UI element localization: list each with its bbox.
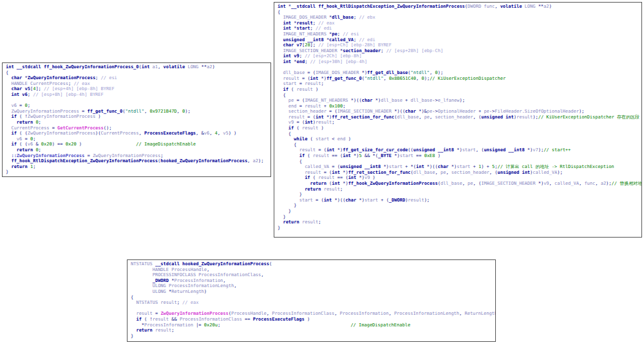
code-line: ULONG *ReturnLength) [131, 289, 495, 295]
code-line: v9 = (int)result; [278, 120, 641, 126]
code-line: ff_hook_RtlDispatchException_ZwQueryInfo… [6, 158, 270, 164]
code-line: PROCESSINFOCLASS ProcessInformationClass… [131, 272, 495, 278]
code-line: called_VA = (unsigned __int8 *)start + *… [278, 164, 641, 170]
code-line: int *result; // eax [278, 21, 641, 26]
code-line: NTSTATUS __stdcall hooked_ZwQueryInforma… [131, 261, 495, 267]
code-line: while ( start < end ) [278, 136, 641, 142]
code-line: result = (int *)ff_ret_section_for_func(… [278, 115, 641, 120]
code-line: return 1; [6, 164, 270, 170]
code-line: { [131, 295, 495, 301]
code-line: } [278, 192, 641, 198]
code-line: if ( result ) [278, 87, 641, 93]
code-line: IMAGE_DOS_HEADER *dll_base; // ebx [278, 15, 641, 21]
code-line: int *end; // [esp+30h] [ebp-4h] [278, 59, 641, 65]
code-line: { [278, 142, 641, 148]
code-line: } [278, 214, 641, 220]
code-line: { [278, 93, 641, 98]
code-line: int v6; // [esp+8h] [ebp-4h] BYREF [6, 92, 270, 98]
code-line: if ( (ZwQueryInformationProcess)(Current… [6, 131, 270, 136]
code-line: ULONG ProcessInformationLength, [131, 283, 495, 289]
code-line: ZwQueryInformationProcess = ff_get_func_… [6, 109, 270, 115]
code-line: int *__stdcall ff_hook_RtlDispatchExcept… [278, 4, 641, 10]
code-line: if ( !ZwQueryInformationProcess ) [6, 114, 270, 120]
code-line: _DWORD *ProcessInformation, [131, 278, 495, 284]
code-line: section_header = (IMAGE_SECTION_HEADER *… [278, 109, 641, 115]
code-line: start = result; [278, 81, 641, 87]
code-line: end = result + 0x100; [278, 104, 641, 109]
code-line: } [278, 225, 641, 231]
code-line: char v7[28]; // [esp+Ch] [ebp-28h] BYREF [278, 42, 641, 48]
code-line: if ( result == (int *)v9 ) [278, 175, 641, 181]
code-line: return (int *)ff_hook_ZwQueryInformation… [278, 181, 641, 187]
code-line: return result; [278, 220, 641, 225]
code-line: result = (int *)ff_get_size_for_cur_code… [278, 147, 641, 153]
code-line: result = (int *)ff_get_func_0("ntdll", 0… [278, 76, 641, 82]
code-line: } [278, 209, 641, 214]
code-line: return result; [278, 187, 641, 192]
code-line: dll_base = (IMAGE_DOS_HEADER *)ff_get_dl… [278, 70, 641, 76]
code-line: { [278, 10, 641, 15]
code-line: { [278, 159, 641, 165]
code-line: char v5[4]; // [esp+4h] [ebp-8h] BYREF [6, 86, 270, 92]
code-line: HANDLE CurrentProcess; // eax [6, 81, 270, 87]
code-line: if ( !result && ProcessInformationClass … [131, 317, 495, 323]
code-line: IMAGE_NT_HEADERS *pe; // esi [278, 32, 641, 37]
code-line [6, 98, 270, 104]
code-line: NTSTATUS result; // eax [131, 300, 495, 306]
code-line: HANDLE ProcessHandle, [131, 267, 495, 273]
code-line: v6 = 0; [6, 136, 270, 142]
code-line: if ( result == (int *)5 && *(_BYTE *)sta… [278, 153, 641, 159]
pseudocode-panel-hooked-zwqueryinformationprocess[interactable]: NTSTATUS __stdcall hooked_ZwQueryInforma… [127, 259, 496, 342]
code-line: if ( result ) [278, 126, 641, 131]
pseudocode-panel-ff-hook-zwqueryinformationprocess-0[interactable]: int __stdcall ff_hook_ZwQueryInformation… [2, 62, 271, 177]
code-line: result = ZwQueryInformationProcess(Proce… [131, 311, 495, 317]
code-line: } [131, 333, 495, 339]
code-line: int v9; // [esp+2Ch] [ebp-8h] [278, 53, 641, 59]
code-line: IMAGE_SECTION_HEADER *section_header; //… [278, 48, 641, 54]
code-line: { [6, 70, 270, 76]
code-line: return result; [131, 328, 495, 333]
code-line: v6 = 0; [6, 103, 270, 109]
code-line: *ProcessInformation |= 0x20u; // ImageDi… [131, 323, 495, 328]
code-line: start = (int *)((char *)start + (_DWORD)… [278, 198, 641, 203]
code-line: result = (int *)ff_ret_section_for_func(… [278, 170, 641, 176]
code-line: return 0; [6, 120, 270, 126]
code-line: CurrentProcess = GetCurrentProcess(); [6, 126, 270, 131]
code-line: unsigned __int8 *called_VA; // edi [278, 37, 641, 43]
code-line: char *ZwQueryInformationProcess; // esi [6, 75, 270, 81]
code-line: ::ZwQueryInformationProcess = ZwQueryInf… [6, 153, 270, 159]
code-line: if ( (v6 & 0x20) == 0x20 ) // ImageDispa… [6, 142, 270, 147]
code-line: int __stdcall ff_hook_ZwQueryInformation… [6, 64, 270, 70]
code-line [131, 306, 495, 312]
code-line: pe = (IMAGE_NT_HEADERS *)((char *)dll_ba… [278, 98, 641, 104]
code-line: int *start; // edi [278, 26, 641, 32]
code-line [278, 65, 641, 71]
code-line: { [278, 131, 641, 137]
code-line: } [278, 203, 641, 209]
code-line: } [6, 169, 270, 175]
code-line: return 0; [6, 147, 270, 153]
pseudocode-panel-ff-hook-rtldispatchexception-zwqueryinformationprocess[interactable]: int *__stdcall ff_hook_RtlDispatchExcept… [274, 2, 642, 238]
